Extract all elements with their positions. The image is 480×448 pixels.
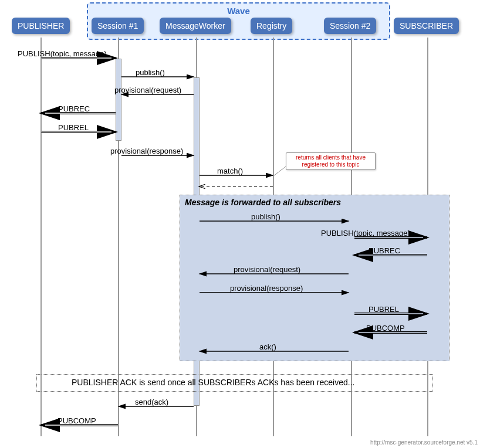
msg-provreq2: provisional(request): [234, 265, 300, 274]
msg-provreq1: provisional(request): [114, 86, 181, 94]
note-match: returns all clients that have registered…: [286, 152, 376, 170]
opt-title: Message is forwarded to all subscribers: [180, 195, 449, 209]
msg-pubrel2: PUBREL: [369, 305, 399, 314]
msg-pubrec2: PUBREC: [369, 246, 400, 255]
msg-publish2: publish(): [136, 68, 165, 77]
msg-pubrel1: PUBREL: [58, 123, 89, 132]
footer-text: http://msc-generator.sourceforge.net v5.…: [370, 439, 478, 446]
msg-publish1: PUBLISH(topic, message): [18, 49, 107, 58]
msg-pubcomp2: PUBCOMP: [58, 416, 96, 425]
actor-subscriber: SUBSCRIBER: [394, 18, 459, 34]
actor-messageworker: MessageWorker: [160, 18, 231, 34]
opt-box-forward: Message is forwarded to all subscribers: [180, 195, 449, 361]
sequence-diagram: Wave PUBLISHER Session #1 MessageWorker …: [0, 0, 480, 448]
svg-line-11: [273, 167, 286, 176]
msg-pubcomp1: PUBCOMP: [366, 324, 405, 332]
msg-match: match(): [217, 167, 243, 175]
msg-provresp1: provisional(response): [110, 147, 183, 155]
wave-title: Wave: [88, 4, 389, 16]
activation-session1: [116, 59, 121, 141]
msg-ack: ack(): [259, 342, 276, 351]
msg-provresp2: provisional(response): [230, 284, 303, 293]
msg-sendack: send(ack): [135, 398, 168, 406]
actor-session1: Session #1: [92, 18, 144, 34]
msg-publish3: publish(): [251, 212, 280, 221]
actor-registry: Registry: [251, 18, 292, 34]
divider-text: PUBLISHER ACK is send once all SUBSCRIBE…: [72, 378, 354, 387]
msg-pubrec1: PUBREC: [58, 104, 90, 113]
actor-session2: Session #2: [324, 18, 376, 34]
actor-publisher: PUBLISHER: [12, 18, 70, 34]
msg-publish4: PUBLISH(topic, message): [321, 229, 410, 237]
